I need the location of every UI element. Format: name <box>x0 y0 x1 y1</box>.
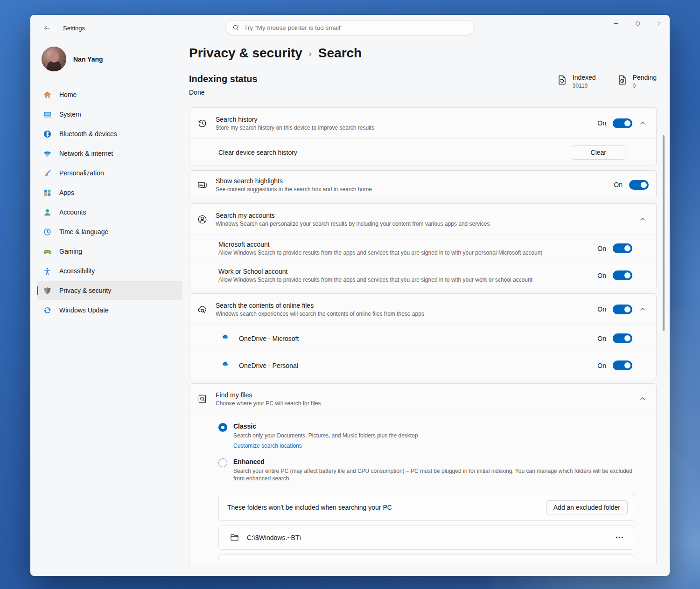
work-school-account-row: Work or School account Allow Windows Sea… <box>189 262 656 289</box>
toggle-state-label: On <box>597 362 606 369</box>
find-my-files-card: Find my files Choose where your PC will … <box>189 383 657 567</box>
user-avatar <box>42 47 66 71</box>
personalization-icon <box>43 169 52 178</box>
sidebar-item-home[interactable]: Home <box>37 85 182 104</box>
sidebar-item-system[interactable]: System <box>37 105 182 124</box>
settings-search-box[interactable] <box>225 20 475 35</box>
sidebar-item-apps[interactable]: Apps <box>37 183 182 202</box>
sidebar: Nan Yang Home System Bluetooth & devices <box>30 41 189 576</box>
chevron-up-icon <box>640 120 645 126</box>
time-language-icon <box>43 228 52 236</box>
enhanced-radio[interactable] <box>218 458 227 467</box>
classic-option[interactable]: Classic Search only your Documents, Pict… <box>218 423 649 450</box>
scrollbar[interactable] <box>663 135 665 331</box>
work-school-account-toggle[interactable] <box>613 270 632 280</box>
page-title: Search <box>318 46 362 61</box>
search-history-row[interactable]: Search history Store my search history o… <box>189 108 656 139</box>
folder-icon <box>230 533 239 542</box>
enhanced-option[interactable]: Enhanced Search your entire PC (may affe… <box>218 458 649 482</box>
toggle-state-label: On <box>597 245 606 252</box>
sidebar-item-accessibility[interactable]: Accessibility <box>37 262 182 280</box>
sidebar-item-accounts[interactable]: Accounts <box>37 203 182 222</box>
accessibility-icon <box>43 267 52 276</box>
classic-radio[interactable] <box>218 423 227 432</box>
maximize-icon <box>635 21 641 27</box>
sidebar-item-privacy-security[interactable]: Privacy & security <box>37 281 182 300</box>
close-icon <box>656 21 662 27</box>
indexing-status-bar: Indexing status Done Indexed 30119 <box>189 74 657 96</box>
back-arrow-icon <box>43 25 50 32</box>
breadcrumb-parent[interactable]: Privacy & security <box>189 46 302 61</box>
pending-document-icon <box>616 74 628 86</box>
minimize-button[interactable] <box>605 15 627 32</box>
sidebar-item-bluetooth-devices[interactable]: Bluetooth & devices <box>37 125 182 143</box>
minimize-icon <box>613 21 619 27</box>
settings-search-input[interactable] <box>244 24 468 31</box>
chevron-up-icon <box>640 306 645 312</box>
add-excluded-folder-button[interactable]: Add an excluded folder <box>546 500 628 514</box>
search-accounts-icon <box>197 214 208 225</box>
online-files-collapse-button[interactable] <box>637 303 649 315</box>
titlebar: Settings <box>30 15 670 41</box>
microsoft-account-row: Microsoft account Allow Windows Search t… <box>189 235 656 262</box>
search-my-accounts-card: Search my accounts Windows Search can pe… <box>189 203 657 289</box>
search-accounts-collapse-button[interactable] <box>637 213 649 225</box>
search-highlights-card: Show search highlights See content sugge… <box>189 170 657 199</box>
system-icon <box>43 110 52 119</box>
chevron-up-icon <box>640 216 645 222</box>
sidebar-item-network-internet[interactable]: Network & internet <box>37 144 182 163</box>
toggle-state-label: On <box>614 181 623 188</box>
sidebar-item-gaming[interactable]: Gaming <box>37 242 182 261</box>
gaming-icon <box>43 247 52 256</box>
search-history-toggle[interactable] <box>613 118 632 128</box>
find-my-files-row[interactable]: Find my files Choose where your PC will … <box>189 384 656 414</box>
onedrive-icon <box>219 335 230 342</box>
close-button[interactable] <box>648 15 670 32</box>
search-history-card: Search history Store my search history o… <box>189 107 657 166</box>
toggle-state-label: On <box>597 272 606 279</box>
search-highlights-icon <box>197 180 208 190</box>
maximize-button[interactable] <box>627 15 648 32</box>
find-files-collapse-button[interactable] <box>637 393 649 405</box>
window-title: Settings <box>63 25 85 32</box>
accounts-icon <box>43 208 52 217</box>
search-highlights-row: Show search highlights See content sugge… <box>189 171 656 199</box>
microsoft-account-toggle[interactable] <box>613 243 632 253</box>
clear-history-row: Clear device search history Clear <box>189 139 656 166</box>
network-icon <box>43 149 52 158</box>
find-files-body: Classic Search only your Documents, Pict… <box>189 414 656 567</box>
toggle-state-label: On <box>597 119 606 127</box>
search-highlights-toggle[interactable] <box>629 180 649 190</box>
apps-icon <box>43 188 52 197</box>
onedrive-microsoft-toggle[interactable] <box>613 333 632 343</box>
indexed-count: Indexed 30119 <box>556 74 596 89</box>
search-my-accounts-row[interactable]: Search my accounts Windows Search can pe… <box>189 204 656 235</box>
sidebar-item-time-language[interactable]: Time & language <box>37 222 182 241</box>
back-button[interactable] <box>39 21 55 35</box>
sidebar-item-windows-update[interactable]: Windows Update <box>37 301 182 319</box>
folder-more-options-button[interactable] <box>612 533 626 543</box>
online-files-row[interactable]: Search the contents of online files Wind… <box>189 294 656 325</box>
excluded-folder-row: C:\$Windows.~BT\ <box>218 526 634 550</box>
settings-window: Settings Nan Yang Home <box>30 15 670 576</box>
indexing-status-title: Indexing status <box>189 74 258 84</box>
sidebar-nav: Home System Bluetooth & devices Network … <box>30 85 189 319</box>
pending-count: Pending 0 <box>616 74 657 89</box>
onedrive-icon <box>219 362 230 369</box>
user-name: Nan Yang <box>73 55 103 63</box>
onedrive-personal-row: OneDrive - Personal On <box>189 352 656 379</box>
user-account[interactable]: Nan Yang <box>42 47 189 71</box>
toggle-state-label: On <box>597 335 606 342</box>
home-icon <box>43 90 52 99</box>
windows-update-icon <box>43 306 52 315</box>
customize-search-locations-link[interactable]: Customize search locations <box>233 443 302 449</box>
search-history-icon <box>197 118 208 129</box>
onedrive-microsoft-row: OneDrive - Microsoft On <box>189 325 656 352</box>
online-files-toggle[interactable] <box>613 305 632 314</box>
search-history-collapse-button[interactable] <box>637 117 649 129</box>
onedrive-personal-toggle[interactable] <box>613 360 632 370</box>
breadcrumb: Privacy & security › Search <box>189 46 657 61</box>
clear-history-button[interactable]: Clear <box>572 146 625 159</box>
excluded-folder-row-partial <box>218 554 634 560</box>
sidebar-item-personalization[interactable]: Personalization <box>37 164 182 182</box>
